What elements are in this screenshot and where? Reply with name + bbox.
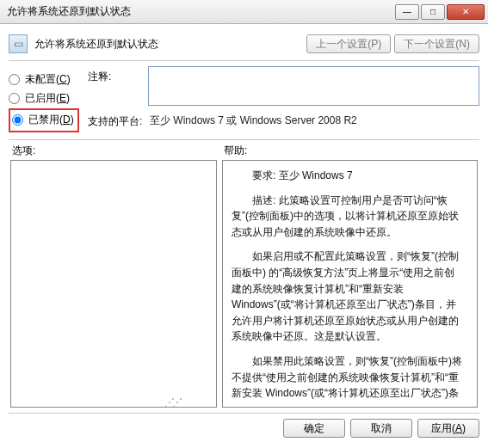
options-label: 选项: xyxy=(12,144,224,158)
platform-row: 支持的平台: 至少 Windows 7 或 Windows Server 200… xyxy=(88,111,479,131)
policy-icon: ▭ xyxy=(9,34,28,53)
cancel-label: 取消 xyxy=(371,422,392,434)
footer: 确定 取消 应用(A) xyxy=(0,419,488,445)
radio-enabled-label: 已启用(E) xyxy=(25,91,70,106)
comment-input[interactable] xyxy=(148,66,479,106)
cancel-button[interactable]: 取消 xyxy=(350,419,412,438)
header-row: ▭ 允许将系统还原到默认状态 上一个设置(P) 下一个设置(N) xyxy=(9,29,479,58)
ok-label: 确定 xyxy=(304,422,324,434)
radio-disabled-label: 已禁用(D) xyxy=(28,113,74,127)
help-requirement: 要求: 至少 Windows 7 xyxy=(232,168,465,184)
config-area: 未配置(C) 已启用(E) 已禁用(D) 注释: 支持的平台: 至少 Windo… xyxy=(9,66,479,136)
divider xyxy=(9,60,479,61)
maximize-button[interactable]: □ xyxy=(421,4,445,20)
help-enabled-text: 如果启用或不配置此策略设置，则“恢复”(控制面板中) 的“高级恢复方法”页上将显… xyxy=(232,249,465,345)
pane-labels: 选项: 帮助: xyxy=(12,144,479,158)
help-description: 描述: 此策略设置可控制用户是否可访问“恢复”(控制面板)中的选项，以将计算机还… xyxy=(232,193,465,241)
divider xyxy=(9,413,479,414)
radio-not-configured[interactable]: 未配置(C) xyxy=(9,70,88,89)
comment-row: 注释: xyxy=(88,66,479,106)
right-column: 注释: 支持的平台: 至少 Windows 7 或 Windows Server… xyxy=(88,66,479,136)
radio-disabled[interactable]: 已禁用(D) xyxy=(12,110,74,129)
platform-label: 支持的平台: xyxy=(88,111,148,129)
minimize-button[interactable]: — xyxy=(395,4,419,20)
prev-setting-button[interactable]: 上一个设置(P) xyxy=(306,34,391,53)
state-radios: 未配置(C) 已启用(E) 已禁用(D) xyxy=(9,66,88,136)
highlight-box: 已禁用(D) xyxy=(9,108,79,132)
options-pane: ⋰⋰ xyxy=(10,160,217,408)
title-bar: 允许将系统还原到默认状态 — □ ✕ xyxy=(0,0,488,24)
close-button[interactable]: ✕ xyxy=(447,4,485,20)
page-title: 允许将系统还原到默认状态 xyxy=(34,37,300,52)
dialog-content: ▭ 允许将系统还原到默认状态 上一个设置(P) 下一个设置(N) 未配置(C) … xyxy=(0,24,488,414)
next-setting-button[interactable]: 下一个设置(N) xyxy=(394,34,479,53)
radio-disabled-input[interactable] xyxy=(12,114,23,126)
radio-not-configured-input[interactable] xyxy=(9,74,20,85)
comment-label: 注释: xyxy=(88,66,148,84)
ok-button[interactable]: 确定 xyxy=(283,419,345,438)
apply-label: 应用(A) xyxy=(431,422,466,434)
radio-enabled[interactable]: 已启用(E) xyxy=(9,89,88,107)
apply-button[interactable]: 应用(A) xyxy=(417,419,479,438)
window-controls: — □ ✕ xyxy=(393,4,485,20)
platform-value: 至少 Windows 7 或 Windows Server 2008 R2 xyxy=(148,111,479,131)
next-setting-label: 下一个设置(N) xyxy=(404,38,470,50)
divider xyxy=(9,139,479,140)
resize-grip-icon: ⋰⋰ xyxy=(164,396,182,407)
radio-enabled-input[interactable] xyxy=(9,93,20,104)
panes: ⋰⋰ 要求: 至少 Windows 7 描述: 此策略设置可控制用户是否可访问“… xyxy=(9,160,479,408)
help-disabled-text: 如果禁用此策略设置，则“恢复”(控制面板中)将不提供“使用之前创建的系统映像恢复… xyxy=(232,353,465,400)
nav-buttons: 上一个设置(P) 下一个设置(N) xyxy=(306,34,479,53)
help-pane: 要求: 至少 Windows 7 描述: 此策略设置可控制用户是否可访问“恢复”… xyxy=(222,160,478,408)
prev-setting-label: 上一个设置(P) xyxy=(316,38,381,50)
radio-not-configured-label: 未配置(C) xyxy=(25,72,71,87)
help-label: 帮助: xyxy=(224,144,435,158)
help-scroll[interactable]: 要求: 至少 Windows 7 描述: 此策略设置可控制用户是否可访问“恢复”… xyxy=(232,168,468,400)
window-title: 允许将系统还原到默认状态 xyxy=(7,4,393,19)
